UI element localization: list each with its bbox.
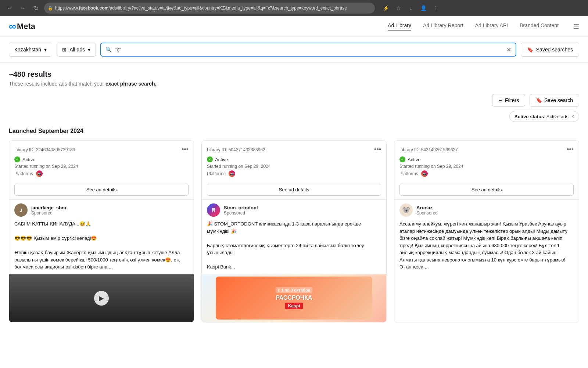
card-library-id: Library ID: 504271432383962 •••	[207, 146, 381, 154]
active-chips: Active status: Active ads ×	[9, 111, 579, 122]
clear-search-button[interactable]: ✕	[506, 46, 511, 53]
advertiser-avatar: 🦷	[207, 203, 220, 217]
card-more-button[interactable]: •••	[567, 146, 574, 154]
status-label: Active	[215, 157, 228, 162]
country-label: Kazakhstan	[14, 47, 41, 53]
card-date: Started running on Sep 29, 2024	[399, 164, 574, 169]
clear-icon: ✕	[506, 46, 511, 53]
extensions-button[interactable]: ⚡	[381, 3, 391, 13]
card-divider	[9, 199, 194, 200]
card-advertiser: J janerkege_sbor Sponsored	[9, 203, 194, 220]
bookmark-button[interactable]: ☆	[393, 3, 404, 13]
filter-icon: ⊟	[498, 97, 503, 103]
save-search-button[interactable]: 🔖 Save search	[530, 94, 579, 107]
instagram-platform-icon: 📷	[421, 170, 428, 177]
nav-ad-library[interactable]: Ad Library	[388, 22, 411, 30]
more-button[interactable]: ⋮	[431, 3, 441, 13]
kaspi-logo: Kaspi	[285, 303, 303, 309]
downloads-button[interactable]: ↓	[406, 3, 416, 13]
card-advertiser: 🦷 Stom_ortodont Sponsored	[202, 203, 386, 220]
meta-logo[interactable]: ∞ Meta	[9, 21, 35, 32]
library-id-text: Library ID: 542149261539627	[399, 147, 458, 152]
filters-label: Filters	[505, 97, 519, 103]
advertiser-name: Arunaz	[416, 205, 438, 210]
chip-close-icon: ×	[571, 113, 574, 119]
country-chevron-icon: ▾	[44, 47, 47, 53]
search-section: Kazakhstan ▾ ⊞ All ads ▾ 🔍 ✕ 🔖 Saved sea…	[0, 37, 588, 63]
card-header: Library ID: 542149261539627 ••• ✓ Active…	[394, 141, 579, 184]
reload-button[interactable]: ↻	[31, 3, 41, 13]
ad-type-dropdown[interactable]: ⊞ All ads ▾	[57, 43, 96, 57]
card-date: Started running on Sep 29, 2024	[207, 164, 381, 169]
nav-ad-library-api[interactable]: Ad Library API	[475, 22, 508, 30]
card-advertiser: 🐨 Arunaz Sponsored	[394, 203, 579, 220]
status-chip-label: Active status: Active ads	[514, 114, 568, 119]
search-icon: 🔍	[105, 47, 112, 53]
card-date: Started running on Sep 29, 2024	[14, 164, 189, 169]
ad-card: Library ID: 542149261539627 ••• ✓ Active…	[394, 140, 579, 322]
card-header: Library ID: 504271432383962 ••• ✓ Active…	[202, 141, 386, 184]
ad-image: ▶	[9, 274, 194, 322]
search-input-wrapper: 🔍 ✕	[100, 43, 516, 57]
ad-text: Ассаляму алейкум, жүрегі кең жанашыр жан…	[399, 220, 574, 271]
status-active-icon: ✓	[14, 156, 20, 162]
forward-button[interactable]: →	[18, 3, 28, 13]
advertiser-avatar: 🐨	[399, 203, 413, 217]
kaspi-promo-text: РАССРОЧКА	[276, 295, 312, 301]
url-text: https://www.facebook.com/ads/library/?ac…	[55, 6, 347, 11]
ad-card: Library ID: 504271432383962 ••• ✓ Active…	[201, 140, 387, 322]
country-dropdown[interactable]: Kazakhstan ▾	[9, 43, 52, 57]
card-status: ✓ Active	[14, 156, 189, 162]
card-status: ✓ Active	[207, 156, 381, 162]
see-ad-details-button[interactable]: See ad details	[399, 184, 574, 196]
saved-searches-button[interactable]: 🔖 Saved searches	[521, 43, 579, 57]
status-label: Active	[22, 157, 35, 162]
library-id-text: Library ID: 2246340895739183	[14, 147, 75, 152]
status-chip-close-button[interactable]: ×	[571, 113, 574, 119]
card-more-button[interactable]: •••	[182, 146, 189, 154]
search-input[interactable]	[115, 47, 503, 53]
card-library-id: Library ID: 2246340895739183 •••	[14, 146, 189, 154]
main-content: ~480 results These results include ads t…	[0, 63, 588, 330]
address-bar[interactable]: 🔒 https://www.facebook.com/ads/library/?…	[44, 3, 375, 14]
card-status: ✓ Active	[399, 156, 574, 162]
card-platforms: Platforms 📷	[207, 170, 381, 177]
kaspi-promo-image: с 1 по 3 октября РАССРОЧКА Kaspi	[216, 277, 373, 320]
browser-actions: ⚡ ☆ ↓ 👤 ⋮	[381, 3, 441, 13]
back-button[interactable]: ←	[4, 3, 15, 13]
lock-icon: 🔒	[48, 6, 53, 11]
section-heading: Launched September 2024	[9, 128, 579, 134]
results-description: These results include ads that match you…	[9, 81, 579, 87]
ad-type-icon: ⊞	[62, 47, 67, 53]
nav-ad-library-report[interactable]: Ad Library Report	[423, 22, 463, 30]
card-platforms: Platforms 📷	[399, 170, 574, 177]
browser-chrome: ← → ↻ 🔒 https://www.facebook.com/ads/lib…	[0, 0, 588, 16]
nav-menu-button[interactable]: ☰	[573, 22, 579, 30]
see-ad-details-button[interactable]: See ad details	[14, 184, 189, 196]
card-header: Library ID: 2246340895739183 ••• ✓ Activ…	[9, 141, 194, 184]
nav-branded-content[interactable]: Branded Content	[520, 22, 559, 30]
advertiser-sponsored: Sponsored	[416, 210, 438, 216]
ads-grid: Library ID: 2246340895739183 ••• ✓ Activ…	[9, 140, 579, 322]
card-platforms: Platforms 📷	[14, 170, 189, 177]
library-id-text: Library ID: 504271432383962	[207, 147, 265, 152]
saved-searches-icon: 🔖	[527, 47, 533, 53]
advertiser-name: Stom_ortodont	[224, 205, 258, 210]
see-ad-details-button[interactable]: See ad details	[207, 184, 381, 196]
ad-type-label: All ads	[69, 47, 85, 53]
ad-text: 🎉 STOM_ORTODONT клиникасында 1-3 қазан а…	[207, 220, 381, 271]
instagram-platform-icon: 📷	[36, 170, 43, 177]
card-more-button[interactable]: •••	[374, 146, 381, 154]
kaspi-date-badge: с 1 по 3 октября	[276, 287, 312, 293]
saved-searches-label: Saved searches	[536, 47, 573, 53]
status-chip: Active status: Active ads ×	[509, 111, 579, 122]
filter-bar: ⊟ Filters 🔖 Save search	[9, 94, 579, 107]
card-body: 🎉 STOM_ORTODONT клиникасында 1-3 қазан а…	[202, 220, 386, 274]
play-button[interactable]: ▶	[94, 291, 109, 306]
save-search-icon: 🔖	[536, 97, 542, 103]
meta-logo-text: Meta	[17, 22, 35, 31]
profile-button[interactable]: 👤	[418, 3, 429, 13]
ad-image: с 1 по 3 октября РАССРОЧКА Kaspi	[202, 274, 386, 322]
ad-text: САБІІМ ҚАТТЫ ҚИНАЛУДА...😅🙏😎😎😎 Қызым өмір…	[14, 220, 189, 271]
filters-button[interactable]: ⊟ Filters	[492, 94, 525, 107]
